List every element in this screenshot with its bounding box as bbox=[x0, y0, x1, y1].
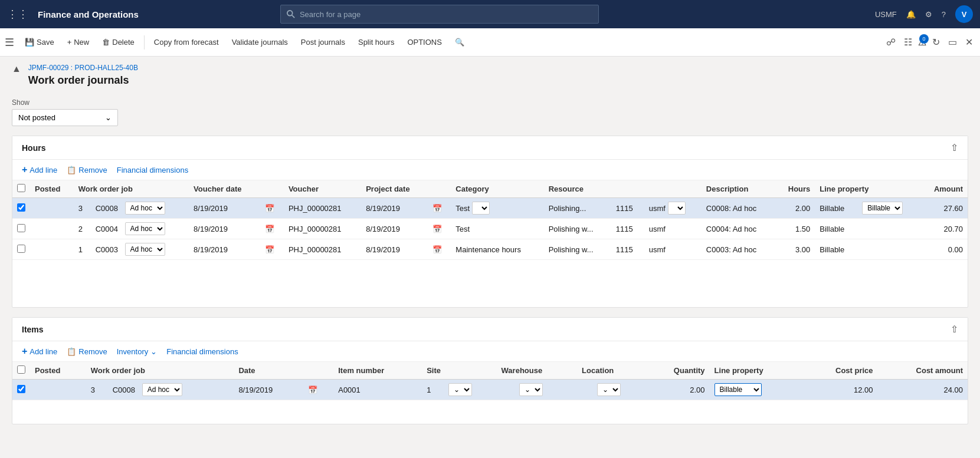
items-col-date: Date bbox=[234, 362, 303, 380]
items-add-line-button[interactable]: + Add line bbox=[22, 346, 57, 357]
location-dropdown-cell[interactable]: ⌄ bbox=[592, 380, 645, 400]
items-collapse-button[interactable]: ⇧ bbox=[950, 324, 958, 335]
help-icon[interactable]: ? bbox=[942, 10, 946, 19]
save-button[interactable]: 💾 Save bbox=[19, 34, 60, 50]
hours-col-check bbox=[12, 180, 30, 198]
search-input[interactable] bbox=[300, 10, 592, 19]
validate-journals-button[interactable]: Validate journals bbox=[226, 34, 294, 50]
amount-cell: 27.60 bbox=[920, 198, 968, 219]
office-icon[interactable]: ☷ bbox=[902, 34, 915, 50]
search-bar[interactable] bbox=[280, 5, 599, 24]
copy-forecast-button[interactable]: Copy from forecast bbox=[148, 34, 225, 50]
category-value: Maintenance hours bbox=[455, 245, 521, 254]
avatar[interactable]: V bbox=[955, 5, 973, 23]
remove-icon: 📋 bbox=[67, 166, 76, 174]
projectdate-cal-cell[interactable]: 📅 bbox=[428, 198, 451, 219]
description-cell: C0008: Ad hoc bbox=[702, 198, 776, 219]
refresh-icon[interactable]: ↻ bbox=[930, 34, 942, 50]
location-select[interactable]: ⌄ bbox=[597, 383, 621, 396]
options-button[interactable]: OPTIONS bbox=[401, 34, 448, 50]
calendar-icon[interactable]: 📅 bbox=[265, 245, 274, 254]
lineproperty-select[interactable]: Billable bbox=[714, 383, 762, 396]
hours-select-all[interactable] bbox=[17, 184, 25, 192]
projectdate-cal-cell[interactable]: 📅 bbox=[428, 219, 451, 239]
calendar-icon-cell[interactable]: 📅 bbox=[303, 380, 333, 400]
settings-icon[interactable]: ⚙ bbox=[925, 10, 932, 19]
filter-icon[interactable]: ▲ bbox=[12, 64, 21, 74]
show-dropdown[interactable]: Not posted ⌄ bbox=[12, 109, 118, 126]
table-row[interactable]: 3 C0008 Ad hoc 8/19/2019 📅 PHJ_00000281 … bbox=[12, 198, 968, 219]
hours-table: Posted Work order job Voucher date Vouch… bbox=[12, 180, 968, 260]
warehouse-dropdown-cell[interactable]: ⌄ bbox=[514, 380, 577, 400]
notification-bell[interactable]: 🔔 bbox=[906, 10, 916, 19]
calendar-icon[interactable]: 📅 bbox=[265, 225, 274, 233]
alert-badge[interactable]: ⚠ 0 bbox=[918, 37, 926, 48]
calendar-icon[interactable]: 📅 bbox=[308, 385, 317, 394]
calendar-icon[interactable]: 📅 bbox=[432, 225, 442, 233]
jobcode-value: C0008 bbox=[113, 385, 135, 394]
lineproperty-dropdown-cell[interactable] bbox=[857, 239, 920, 260]
resource-site-cell: usmf bbox=[644, 239, 702, 260]
projectdate-cal-cell[interactable]: 📅 bbox=[428, 239, 451, 260]
table-row[interactable]: 1 C0003 Ad hoc 8/19/2019 📅 PHJ_00000281 … bbox=[12, 239, 968, 260]
resource-site-select[interactable] bbox=[668, 202, 686, 215]
site-select[interactable]: ⌄ bbox=[448, 383, 472, 396]
bookmark-icon[interactable]: ☍ bbox=[884, 34, 898, 50]
lineproperty-cell: Billable bbox=[815, 239, 857, 260]
post-journals-button[interactable]: Post journals bbox=[295, 34, 351, 50]
warehouse-select[interactable]: ⌄ bbox=[519, 383, 543, 396]
resource-cell: Polishing w... bbox=[544, 219, 611, 239]
delete-button[interactable]: 🗑 Delete bbox=[96, 34, 140, 50]
items-inventory-button[interactable]: Inventory ⌄ bbox=[117, 347, 157, 356]
hours-add-line-button[interactable]: + Add line bbox=[22, 164, 57, 175]
resource-cell: Polishing w... bbox=[544, 239, 611, 260]
jobtype-select[interactable]: Ad hoc bbox=[142, 383, 182, 396]
calendar-icon-cell[interactable]: 📅 bbox=[260, 239, 284, 260]
hours-remove-button[interactable]: 📋 Remove bbox=[67, 166, 107, 174]
site-dropdown-cell[interactable]: ⌄ bbox=[444, 380, 496, 400]
items-remove-button[interactable]: 📋 Remove bbox=[67, 347, 107, 356]
hours-collapse-button[interactable]: ⇧ bbox=[950, 142, 958, 153]
site-cell: 1 bbox=[422, 380, 444, 400]
row-checkbox[interactable] bbox=[17, 245, 25, 253]
jobcode-value: C0008 bbox=[96, 204, 118, 213]
table-row[interactable]: 3 C0008 Ad hoc 8/19/2019 📅 A0001 1 ⌄ ⌄ ⌄… bbox=[12, 380, 968, 400]
jobtype-select[interactable]: Ad hoc bbox=[125, 222, 165, 235]
hours-col-resource: Resource bbox=[544, 180, 702, 198]
jobtype-select[interactable]: Ad hoc bbox=[125, 202, 165, 215]
breadcrumb[interactable]: JPMF-00029 : PROD-HALL25-40B bbox=[28, 64, 138, 72]
lineproperty-select[interactable]: Billable bbox=[862, 202, 903, 215]
table-row[interactable]: 2 C0004 Ad hoc 8/19/2019 📅 PHJ_00000281 … bbox=[12, 219, 968, 239]
row-checkbox[interactable] bbox=[17, 385, 25, 393]
remove-icon: 📋 bbox=[67, 347, 76, 356]
lineproperty-dropdown-cell[interactable]: Billable bbox=[857, 198, 920, 219]
posted-cell bbox=[30, 198, 74, 219]
close-icon[interactable]: ✕ bbox=[963, 34, 975, 50]
new-button[interactable]: + New bbox=[61, 34, 96, 50]
hamburger-icon[interactable]: ☰ bbox=[5, 36, 14, 49]
toolbar-search-button[interactable]: 🔍 bbox=[449, 34, 470, 50]
open-new-icon[interactable]: ▭ bbox=[946, 34, 959, 50]
amount-cell: 0.00 bbox=[920, 239, 968, 260]
voucherdate-cell: 8/19/2019 bbox=[189, 219, 260, 239]
voucher-cell: PHJ_00000281 bbox=[284, 239, 361, 260]
calendar-icon[interactable]: 📅 bbox=[265, 204, 274, 213]
category-select[interactable] bbox=[472, 202, 490, 215]
calendar-icon[interactable]: 📅 bbox=[432, 245, 442, 254]
lineproperty-cell[interactable]: Billable bbox=[710, 380, 803, 400]
items-financial-dimensions-button[interactable]: Financial dimensions bbox=[166, 347, 238, 356]
calendar-icon-cell[interactable]: 📅 bbox=[260, 198, 284, 219]
hours-financial-dimensions-button[interactable]: Financial dimensions bbox=[117, 166, 188, 174]
location-cell bbox=[577, 380, 592, 400]
hours-table-actions: + Add line 📋 Remove Financial dimensions bbox=[12, 160, 968, 180]
split-hours-button[interactable]: Split hours bbox=[352, 34, 400, 50]
items-select-all[interactable] bbox=[17, 365, 25, 374]
row-checkbox[interactable] bbox=[17, 224, 25, 232]
lineproperty-dropdown-cell[interactable] bbox=[857, 219, 920, 239]
items-col-site: Site bbox=[422, 362, 496, 380]
calendar-icon-cell[interactable]: 📅 bbox=[260, 219, 284, 239]
grid-icon[interactable]: ⋮⋮ bbox=[7, 8, 28, 21]
calendar-icon[interactable]: 📅 bbox=[432, 204, 442, 213]
row-checkbox[interactable] bbox=[17, 203, 25, 212]
jobtype-select[interactable]: Ad hoc bbox=[125, 243, 165, 256]
